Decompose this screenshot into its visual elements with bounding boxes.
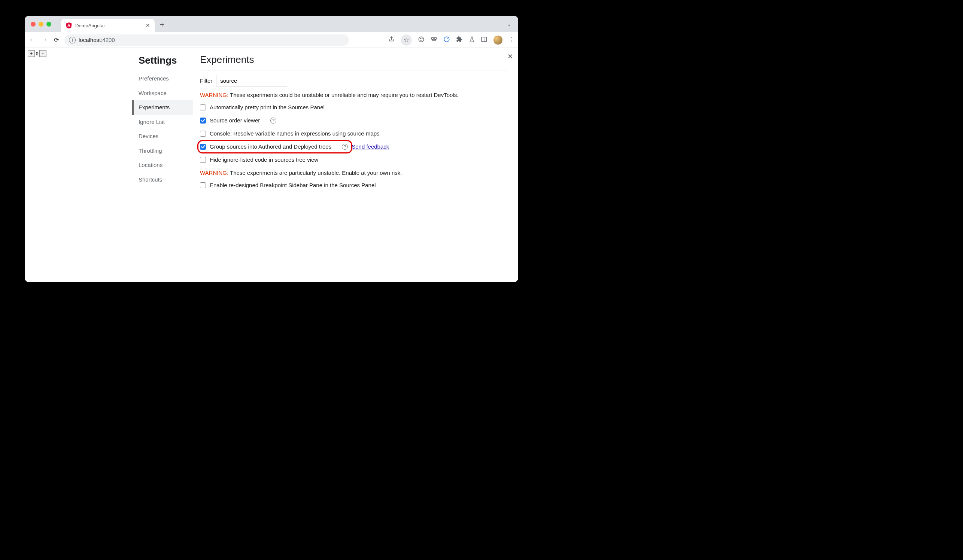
side-panel-icon[interactable] <box>481 36 488 44</box>
toolbar-icons: ☆ ⋮ <box>388 34 514 46</box>
checkbox-group-sources[interactable] <box>200 144 206 150</box>
window-controls <box>31 22 51 27</box>
settings-sidebar: Settings Preferences Workspace Experimen… <box>133 48 193 282</box>
close-tab-icon[interactable]: ✕ <box>146 23 150 28</box>
url-input[interactable]: i localhost:4200 <box>65 34 349 46</box>
tabbar-right: ⌄ <box>507 21 514 28</box>
extension-icon-2[interactable] <box>443 36 450 44</box>
back-button[interactable]: ← <box>28 36 36 44</box>
nav-throttling[interactable]: Throttling <box>139 144 193 159</box>
checkbox-auto-pretty-print[interactable] <box>200 104 206 110</box>
angular-icon <box>65 22 72 29</box>
new-tab-button[interactable]: + <box>160 21 164 29</box>
svg-point-2 <box>422 38 422 39</box>
filter-input[interactable] <box>216 75 287 86</box>
tab-bar: DemoAngular ✕ + ⌄ <box>25 16 518 32</box>
experiment-label: Automatically pretty print in the Source… <box>210 104 324 110</box>
counter-value: 0 <box>36 51 39 57</box>
send-feedback-link[interactable]: Send feedback <box>352 143 389 150</box>
svg-point-4 <box>434 37 436 39</box>
experiment-label: Enable re-designed Breakpoint Sidebar Pa… <box>210 182 376 188</box>
help-icon[interactable]: ? <box>342 144 348 150</box>
settings-panel: Experiments Filter WARNING: These experi… <box>193 48 518 282</box>
url-host: localhost:4200 <box>79 37 115 43</box>
checkbox-hide-ignore-listed[interactable] <box>200 157 206 163</box>
panel-title: Experiments <box>200 54 509 65</box>
nav-ignore-list[interactable]: Ignore List <box>139 115 193 129</box>
profile-avatar[interactable] <box>493 36 503 45</box>
experiment-label: Hide ignore-listed code in sources tree … <box>210 157 318 163</box>
experiment-group-sources: Group sources into Authored and Deployed… <box>200 143 509 150</box>
checkbox-source-order-viewer[interactable] <box>200 118 206 123</box>
forward-button[interactable]: → <box>41 36 48 44</box>
decrement-button[interactable]: - <box>39 50 46 57</box>
svg-point-1 <box>420 38 421 39</box>
nav-workspace[interactable]: Workspace <box>139 86 193 101</box>
nav-experiments[interactable]: Experiments <box>133 100 193 115</box>
browser-tab[interactable]: DemoAngular ✕ <box>61 19 155 32</box>
experiment-auto-pretty-print: Automatically pretty print in the Source… <box>200 104 509 110</box>
experiment-label: Console: Resolve variable names in expre… <box>210 130 379 137</box>
increment-button[interactable]: + <box>28 50 35 57</box>
site-info-icon[interactable]: i <box>69 37 76 44</box>
browser-window: DemoAngular ✕ + ⌄ ← → ⟳ i localhost:4200… <box>25 16 518 282</box>
checkbox-breakpoint-sidebar[interactable] <box>200 182 206 188</box>
experiment-console-resolve: Console: Resolve variable names in expre… <box>200 130 509 137</box>
address-bar: ← → ⟳ i localhost:4200 ☆ <box>25 32 518 48</box>
warning-very-unstable: WARNING: These experiments are particula… <box>200 170 509 176</box>
share-icon[interactable] <box>388 36 395 44</box>
experiment-label: Group sources into Authored and Deployed… <box>210 143 331 150</box>
checkbox-console-resolve[interactable] <box>200 131 206 137</box>
counter-widget: + 0 - <box>28 50 46 57</box>
nav-shortcuts[interactable]: Shortcuts <box>139 173 193 187</box>
minimize-window-button[interactable] <box>39 22 44 27</box>
warning-unstable: WARNING: These experiments could be unst… <box>200 92 509 98</box>
experiment-source-order-viewer: Source order viewer ? <box>200 117 509 123</box>
filter-label: Filter <box>200 78 212 84</box>
extension-icon-1[interactable] <box>431 37 437 44</box>
tabs-menu-icon[interactable]: ⌄ <box>507 21 511 27</box>
svg-point-3 <box>431 37 434 39</box>
devtools-settings: ✕ Settings Preferences Workspace Experim… <box>133 48 518 282</box>
experiment-breakpoint-sidebar: Enable re-designed Breakpoint Sidebar Pa… <box>200 182 509 188</box>
kebab-menu-icon[interactable]: ⋮ <box>509 36 514 44</box>
svg-point-5 <box>444 37 449 42</box>
close-window-button[interactable] <box>31 22 36 27</box>
maximize-window-button[interactable] <box>46 22 51 27</box>
divider <box>200 70 509 70</box>
filter-row: Filter <box>200 75 509 86</box>
content-area: + 0 - ✕ Settings Preferences Workspace E… <box>25 48 518 282</box>
reload-button[interactable]: ⟳ <box>52 36 60 44</box>
settings-title: Settings <box>139 55 193 66</box>
extensions-puzzle-icon[interactable] <box>456 36 463 44</box>
nav-devices[interactable]: Devices <box>139 129 193 144</box>
svg-rect-6 <box>481 37 487 42</box>
nav-preferences[interactable]: Preferences <box>139 71 193 86</box>
experiment-hide-ignore-listed: Hide ignore-listed code in sources tree … <box>200 157 509 163</box>
tab-title: DemoAngular <box>75 23 143 28</box>
experiment-label: Source order viewer <box>210 117 260 123</box>
svg-point-0 <box>418 37 424 42</box>
bookmark-icon[interactable]: ☆ <box>400 34 412 46</box>
page-content: + 0 - <box>25 48 133 282</box>
incognito-icon[interactable] <box>418 36 425 44</box>
labs-icon[interactable] <box>469 36 475 44</box>
help-icon[interactable]: ? <box>270 118 276 123</box>
nav-locations[interactable]: Locations <box>139 158 193 173</box>
